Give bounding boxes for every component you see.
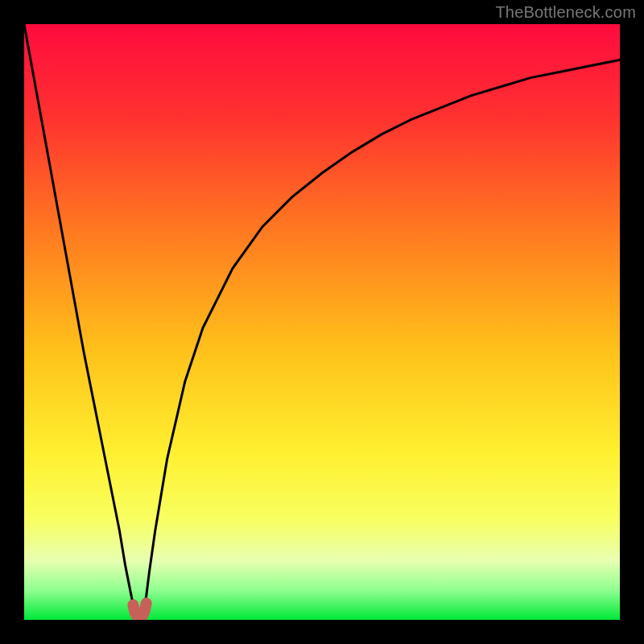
chart-frame	[24, 24, 620, 620]
gradient-background	[24, 24, 620, 620]
bottleneck-chart	[24, 24, 620, 620]
watermark-text: TheBottleneck.com	[495, 3, 636, 22]
